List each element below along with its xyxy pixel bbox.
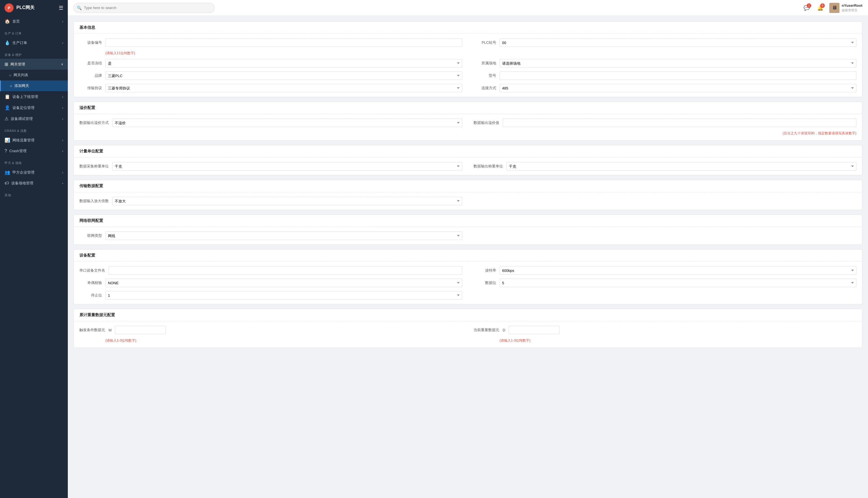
form-row-serial-baud: 串口设备文件名 波特率 600bps1200bps9600bps [79,266,856,275]
sidebar-item-device-location[interactable]: 👤 设备定位管理 ‹ [0,102,68,113]
select-conn[interactable]: 485232网络 [500,84,856,92]
sidebar-section-production: 生产 & 订单 [0,27,68,37]
chevron-icon-flow: ‹ [62,139,63,142]
input-device-num[interactable] [105,38,462,47]
messages-button[interactable]: 💬 1 [802,3,811,12]
input-serial-file[interactable] [108,266,462,275]
sidebar-label-network-flow: 网络流量管理 [12,138,35,143]
section-body-overflow: 数据输出溢价方式 不溢价百分比指定数量 数据输出溢价值 (百分之九十请填写90，… [74,114,862,140]
select-amplify[interactable]: 不放大10倍100倍 [112,197,462,205]
menu-toggle-button[interactable]: ☰ [59,5,63,11]
select-plc-station[interactable]: 000102 [500,38,856,47]
sidebar-item-crash[interactable]: ? Crash管理 ‹ [0,146,68,156]
sidebar-item-home-label: 首页 [12,19,20,24]
label-overflow-method: 数据输出溢价方式 [79,120,109,125]
section-header-network: 网络联网配置 [74,215,862,227]
search-input[interactable] [74,3,215,13]
section-cumulative-config: 累计重量数据元配置 触发条件数据元 M 当前重量数据元 D [74,309,862,348]
top-header: P PLC网关 ☰ 🔍 💬 1 🔔 8 🖥 nYuserRoot 超级管理员 [0,0,868,16]
select-stop-bits[interactable]: 12 [105,291,462,300]
form-row-cumulative: 触发条件数据元 M 当前重量数据元 D [79,326,856,334]
label-input-unit: 数据采集称重单位 [79,164,109,169]
form-group-protocol: 传输协议 三菱专用协议 [79,84,462,92]
circle-icon-active: ○ [10,84,12,88]
input-overflow-value[interactable] [503,119,856,127]
label-overflow-value: 数据输出溢价值 [474,120,499,125]
alerts-button[interactable]: 🔔 8 [816,3,825,12]
select-network-type[interactable]: 网线4GWiFi [105,232,462,240]
sidebar-section-crash: CRASH & 流量 [0,124,68,135]
form-group-device-num: 设备编号 [79,38,462,47]
form-group-output-unit: 数据输出称重单位 千克克吨 [474,162,856,171]
select-freeze[interactable]: 是否 [105,59,462,67]
search-wrap: 🔍 [74,3,215,13]
form-group-trigger: 触发条件数据元 M [79,326,462,334]
label-site: 所属场地 [474,61,496,66]
prefix-M: M [108,328,112,332]
warning-icon: ⚠ [4,116,9,121]
input-trigger[interactable] [115,326,166,334]
sidebar-item-add-gateway[interactable]: ○ 添加网关 [0,80,68,91]
sidebar-item-device-debug[interactable]: ⚠ 设备调试管理 ‹ [0,113,68,124]
sidebar-item-site-mgmt[interactable]: 🏷 设备场地管理 ‹ [0,178,68,188]
input-weight-elem[interactable] [509,326,560,334]
sidebar-label-device-online: 设备上下线管理 [12,94,38,100]
select-brand[interactable]: 三菱PLC西门子PLC [105,71,462,80]
sidebar-label-gateway-mgmt: 网关管理 [11,62,25,67]
content-area: 基本信息 设备编号 PLC站号 000102 [68,16,868,498]
sidebar-item-client-mgmt[interactable]: 👥 甲方企业管理 ‹ [0,167,68,178]
sidebar-section-device: 设备 & 维护 [0,48,68,59]
question-icon: ? [4,148,7,154]
label-parity: 奇偶校验 [79,280,102,285]
form-row-stop-bits: 停止位 12 [79,291,856,300]
sidebar-item-device-online[interactable]: 📋 设备上下线管理 ‹ [0,91,68,102]
section-body-device: 串口设备文件名 波特率 600bps1200bps9600bps 奇偶校验 [74,262,862,304]
hint-group-trigger: (请输入1-3位纯数字) [79,338,462,343]
form-row-protocol-conn: 传输协议 三菱专用协议 连接方式 485232网络 [79,84,856,92]
form-group-weight-elem: 当前重量数据元 D [474,326,856,334]
form-row-freeze-site: 是否冻结 是否 所属场地 请选择场地 [79,59,856,67]
section-body-transfer: 数据输入放大倍数 不放大10倍100倍 [74,192,862,210]
user-info: nYuserRoot 超级管理员 [842,3,862,12]
sidebar-label-production-order: 生产订单 [12,40,27,45]
label-stop-bits: 停止位 [79,293,102,298]
user-area[interactable]: 🖥 nYuserRoot 超级管理员 [829,3,862,13]
sidebar-item-production-order[interactable]: 💧 生产订单 ‹ [0,37,68,48]
section-header-device: 设备配置 [74,250,862,262]
alerts-badge: 8 [820,3,825,8]
select-output-unit[interactable]: 千克克吨 [506,162,856,171]
label-device-num: 设备编号 [79,40,102,45]
input-model[interactable] [500,71,856,80]
select-overflow-method[interactable]: 不溢价百分比指定数量 [112,119,462,127]
person-icon: 👤 [4,105,10,110]
sidebar-item-gateway-mgmt[interactable]: ⊞ 网关管理 ∨ [0,59,68,70]
select-data-bits[interactable]: 5678 [500,279,856,287]
select-site[interactable]: 请选择场地 [500,59,856,67]
hint-trigger: (请输入1-3位纯数字) [105,338,136,343]
sidebar-item-network-flow[interactable]: 📊 网络流量管理 ‹ [0,135,68,146]
form-row-parity-data: 奇偶校验 NONEODDEVEN 数据位 5678 [79,279,856,287]
select-baud[interactable]: 600bps1200bps9600bps [500,266,856,275]
hint-overflow-value: (百分之九十请填写90，指定数量请填写具体数字) [783,131,856,135]
logo-area: P PLC网关 ☰ [0,0,68,16]
form-row-brand-model: 品牌 三菱PLC西门子PLC 型号 [79,71,856,80]
home-icon: 🏠 [4,18,10,24]
form-row-network: 联网类型 网线4GWiFi [79,232,856,240]
sidebar-item-gateway-list[interactable]: ○ 网关列表 [0,70,68,80]
section-overflow-config: 溢价配置 数据输出溢价方式 不溢价百分比指定数量 数据输出溢价值 (百 [74,102,862,141]
label-protocol: 传输协议 [79,86,102,91]
form-group-serial-file: 串口设备文件名 [79,266,462,275]
form-group-overflow-value: 数据输出溢价值 [474,119,856,127]
sidebar-label-device-debug: 设备调试管理 [11,116,33,121]
sidebar-item-home[interactable]: 🏠 首页 ‹ [0,16,68,27]
select-input-unit[interactable]: 千克克吨 [112,162,462,171]
form-group-plc-station: PLC站号 000102 [474,38,856,47]
select-protocol[interactable]: 三菱专用协议 [105,84,462,92]
section-body-basic: 设备编号 PLC站号 000102 (请输入11位纯数字) [74,34,862,97]
select-parity[interactable]: NONEODDEVEN [105,279,462,287]
header-right: 💬 1 🔔 8 🖥 nYuserRoot 超级管理员 [802,3,862,13]
form-group-input-unit: 数据采集称重单位 千克克吨 [79,162,462,171]
sidebar-label-gateway-list: 网关列表 [14,73,28,78]
chevron-icon-debug: ‹ [62,117,63,120]
section-header-basic: 基本信息 [74,22,862,34]
